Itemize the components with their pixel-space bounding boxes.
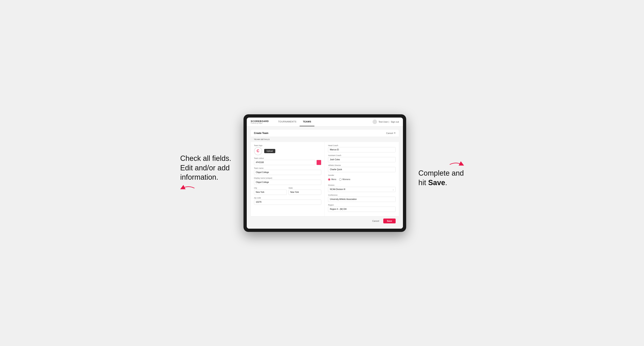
city-input[interactable] [254, 189, 287, 195]
upload-button[interactable]: Upload [264, 149, 276, 153]
team-name-input[interactable] [254, 170, 322, 175]
display-name-label: Display name (unique) [254, 177, 322, 179]
tab-tournaments[interactable]: TOURNAMENTS [275, 118, 300, 127]
avatar [372, 120, 377, 124]
state-group: State New York [288, 187, 321, 195]
assistant-coach-group: Assistant Coach [328, 154, 396, 162]
form-header: Create Team Cancel ✕ [251, 130, 399, 137]
athletic-director-group: Athletic Director [328, 164, 396, 172]
head-coach-group: Head Coach [328, 145, 396, 152]
zip-group: Zip code [254, 197, 322, 205]
form-left-col: Team logo C Upload Team colo [251, 142, 325, 216]
team-colour-label: Team colour [254, 157, 322, 159]
city-state-group: City State New York [254, 187, 322, 195]
division-select[interactable]: NCAA Division III [328, 187, 396, 192]
city-group: City [254, 187, 287, 195]
zip-label: Zip code [254, 197, 322, 199]
left-instructions: Check all fields. Edit and/or add inform… [180, 154, 231, 192]
form-footer: Cancel Save [251, 216, 399, 225]
conference-select[interactable]: University Athletic Association [328, 197, 396, 202]
gender-womens-radio[interactable] [339, 178, 342, 181]
close-icon: ✕ [394, 132, 396, 134]
team-logo-label: Team logo [254, 145, 322, 147]
display-name-group: Display name (unique) [254, 177, 322, 185]
conference-label: Conference [328, 194, 396, 196]
division-group: Division NCAA Division III [328, 184, 396, 192]
arrow-right-icon [418, 161, 464, 169]
head-coach-input[interactable] [328, 147, 396, 152]
conference-group: Conference University Athletic Associati… [328, 194, 396, 202]
athletic-director-label: Athletic Director [328, 164, 396, 166]
region-select-wrapper: Region II - (M) DIII [328, 207, 396, 212]
instruction-line2: Edit and/or add [180, 164, 230, 172]
city-state-row: City State New York [254, 187, 322, 195]
form-title: Create Team [254, 132, 268, 135]
gender-mens-radio[interactable] [328, 178, 330, 181]
region-label: Region [328, 204, 396, 206]
state-select[interactable]: New York [288, 189, 321, 195]
gender-radio-group: Mens Womens [328, 177, 396, 182]
team-colour-group: Team colour [254, 157, 322, 165]
gender-mens-label[interactable]: Mens [328, 178, 336, 181]
athletic-director-input[interactable] [328, 167, 396, 172]
main-content: Create Team Cancel ✕ TEAM DETAILS [247, 127, 403, 229]
tablet-screen: SCOREBOARD Powered by clippd TOURNAMENTS… [247, 118, 403, 229]
instruction-line3: information. [180, 173, 218, 181]
section-header: TEAM DETAILS [251, 137, 399, 142]
display-name-input[interactable] [254, 180, 322, 185]
team-name-group: Team name [254, 167, 322, 175]
gender-mens-text: Mens [331, 178, 336, 180]
nav-bar: SCOREBOARD Powered by clippd TOURNAMENTS… [247, 118, 403, 127]
logo-circle: C [254, 147, 262, 155]
right-instruction-save: Save [428, 178, 445, 187]
right-instructions: Complete and hit Save. [418, 159, 464, 187]
arrow-left-icon [180, 184, 231, 192]
nav-tabs: TOURNAMENTS TEAMS [275, 118, 372, 127]
division-label: Division [328, 184, 396, 186]
assistant-coach-input[interactable] [328, 157, 396, 162]
logo-area: SCOREBOARD Powered by clippd [251, 120, 269, 124]
save-button[interactable]: Save [383, 218, 396, 223]
color-input-wrapper [254, 160, 322, 165]
team-name-label: Team name [254, 167, 322, 169]
tab-teams[interactable]: TEAMS [300, 118, 314, 127]
sign-out-link[interactable]: Sign out [391, 121, 399, 123]
logo-sub: Powered by clippd [251, 122, 269, 124]
team-colour-input[interactable] [254, 160, 316, 165]
gender-label: Gender [328, 174, 396, 176]
assistant-coach-label: Assistant Coach [328, 154, 396, 157]
logo-upload-area: C Upload [254, 147, 322, 155]
city-label: City [254, 187, 287, 189]
right-instruction-line1: Complete and [418, 169, 464, 177]
form-card: Create Team Cancel ✕ TEAM DETAILS [251, 130, 399, 225]
gender-womens-text: Womens [342, 178, 350, 180]
instruction-line1: Check all fields. [180, 154, 231, 163]
zip-input[interactable] [254, 199, 322, 205]
state-label: State [288, 187, 321, 189]
region-group: Region Region II - (M) DIII [328, 204, 396, 212]
gender-womens-label[interactable]: Womens [339, 178, 350, 181]
conference-select-wrapper: University Athletic Association [328, 197, 396, 202]
division-select-wrapper: NCAA Division III [328, 187, 396, 192]
region-select[interactable]: Region II - (M) DIII [328, 207, 396, 212]
head-coach-label: Head Coach [328, 145, 396, 147]
cancel-close-button[interactable]: Cancel ✕ [386, 132, 396, 134]
tablet-frame: SCOREBOARD Powered by clippd TOURNAMENTS… [244, 114, 406, 232]
gender-group: Gender Mens Womens [328, 174, 396, 182]
logo-text: SCOREBOARD [251, 120, 269, 122]
color-swatch[interactable] [316, 160, 321, 165]
form-right-col: Head Coach Assistant Coach Athletic Dire… [325, 142, 399, 216]
user-name: Test User | [378, 121, 389, 123]
state-select-wrapper: New York [288, 189, 321, 195]
cancel-button[interactable]: Cancel [370, 219, 381, 223]
team-logo-group: Team logo C Upload [254, 145, 322, 155]
form-body: Team logo C Upload Team colo [251, 142, 399, 216]
nav-right: Test User | Sign out [372, 120, 399, 124]
